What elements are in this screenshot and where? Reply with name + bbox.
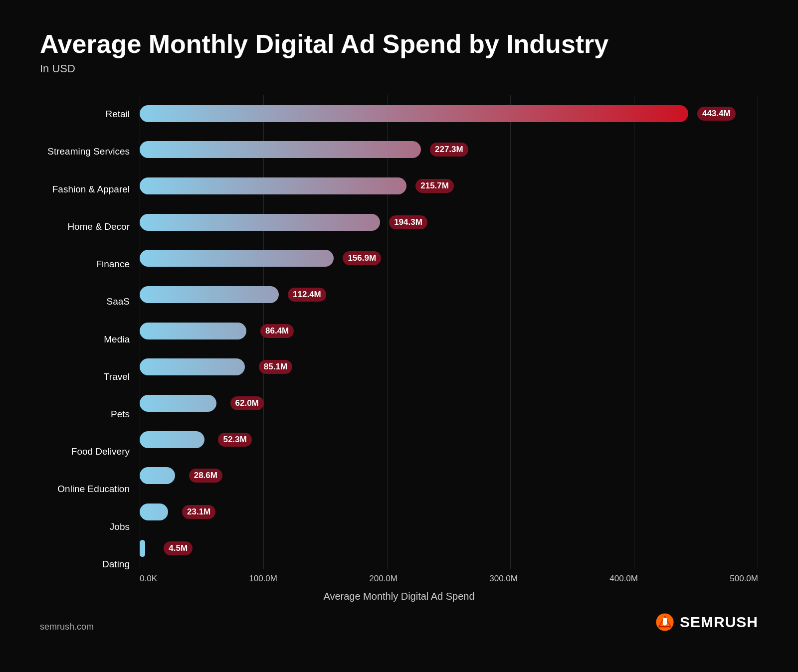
bar-value-label: 227.3M bbox=[430, 143, 468, 157]
bars-and-grid: RetailStreaming ServicesFashion & Appare… bbox=[40, 95, 758, 584]
bar-row: 85.1M bbox=[140, 355, 758, 378]
bar-row: 62.0M bbox=[140, 392, 758, 415]
y-axis-label: Home & Decor bbox=[40, 214, 130, 239]
bar-fill bbox=[140, 105, 688, 122]
x-tick: 400.0M bbox=[609, 574, 638, 584]
bar-fill bbox=[140, 540, 145, 557]
bar-row: 28.6M bbox=[140, 464, 758, 487]
bar-track: 23.1M bbox=[140, 504, 168, 520]
y-axis-label: Pets bbox=[40, 401, 130, 426]
x-tick: 100.0M bbox=[249, 574, 277, 584]
footer-url: semrush.com bbox=[40, 622, 94, 632]
bar-track: 156.9M bbox=[140, 250, 334, 267]
bar-fill bbox=[140, 250, 334, 267]
bar-row: 23.1M bbox=[140, 501, 758, 523]
y-axis-label: Fashion & Apparel bbox=[40, 176, 130, 201]
x-tick: 0.0K bbox=[140, 574, 157, 584]
footer: semrush.com SEMRUSH bbox=[40, 612, 758, 632]
bar-value-label: 62.0M bbox=[230, 396, 264, 410]
bar-track: 227.3M bbox=[140, 141, 421, 158]
y-axis-labels: RetailStreaming ServicesFashion & Appare… bbox=[40, 95, 140, 584]
bar-fill bbox=[140, 141, 421, 158]
bar-row: 215.7M bbox=[140, 174, 758, 197]
bar-row: 227.3M bbox=[140, 138, 758, 161]
bar-fill bbox=[140, 504, 168, 520]
bar-value-label: 86.4M bbox=[260, 324, 294, 338]
bars-grid-area: 443.4M227.3M215.7M194.3M156.9M112.4M86.4… bbox=[140, 95, 758, 584]
bar-fill bbox=[140, 395, 216, 412]
bar-row: 156.9M bbox=[140, 247, 758, 270]
bar-track: 28.6M bbox=[140, 467, 175, 484]
y-axis-label: Food Delivery bbox=[40, 439, 130, 464]
bar-fill bbox=[140, 323, 246, 339]
y-axis-label: Retail bbox=[40, 102, 130, 127]
y-axis-label: Streaming Services bbox=[40, 139, 130, 164]
y-axis-label: Finance bbox=[40, 252, 130, 277]
bar-fill bbox=[140, 286, 279, 303]
bar-fill bbox=[140, 431, 204, 448]
bar-value-label: 85.1M bbox=[259, 360, 292, 374]
svg-rect-4 bbox=[663, 618, 667, 624]
bar-row: 112.4M bbox=[140, 283, 758, 306]
chart-title: Average Monthly Digital Ad Spend by Indu… bbox=[40, 30, 758, 58]
bar-value-label: 4.5M bbox=[164, 541, 193, 555]
bar-row: 194.3M bbox=[140, 211, 758, 234]
bar-value-label: 443.4M bbox=[697, 107, 736, 121]
chart-subtitle: In USD bbox=[40, 62, 758, 75]
bar-fill bbox=[140, 177, 406, 194]
bar-track: 4.5M bbox=[140, 540, 145, 557]
semrush-icon bbox=[655, 612, 675, 632]
bar-row: 443.4M bbox=[140, 102, 758, 125]
bar-value-label: 112.4M bbox=[288, 288, 326, 302]
bar-value-label: 194.3M bbox=[389, 215, 427, 229]
x-tick: 300.0M bbox=[489, 574, 518, 584]
bar-track: 443.4M bbox=[140, 105, 688, 122]
y-axis-label: Online Education bbox=[40, 477, 130, 502]
bar-value-label: 52.3M bbox=[218, 433, 251, 447]
x-axis: 0.0K100.0M200.0M300.0M400.0M500.0M bbox=[140, 569, 758, 584]
x-tick: 500.0M bbox=[730, 574, 758, 584]
bar-track: 112.4M bbox=[140, 286, 279, 303]
bar-row: 52.3M bbox=[140, 428, 758, 451]
semrush-text: SEMRUSH bbox=[680, 614, 758, 631]
bar-track: 194.3M bbox=[140, 214, 380, 231]
x-tick: 200.0M bbox=[369, 574, 398, 584]
y-axis-label: SaaS bbox=[40, 289, 130, 314]
bar-row: 86.4M bbox=[140, 320, 758, 342]
bar-track: 215.7M bbox=[140, 177, 406, 194]
y-axis-label: Travel bbox=[40, 364, 130, 389]
chart-container: Average Monthly Digital Ad Spend by Indu… bbox=[0, 0, 798, 672]
bar-value-label: 28.6M bbox=[189, 469, 222, 483]
bar-track: 62.0M bbox=[140, 395, 216, 412]
x-axis-title: Average Monthly Digital Ad Spend bbox=[40, 591, 758, 602]
semrush-logo: SEMRUSH bbox=[655, 612, 758, 632]
bar-fill bbox=[140, 358, 245, 375]
bar-value-label: 215.7M bbox=[415, 179, 454, 193]
bar-track: 52.3M bbox=[140, 431, 204, 448]
bar-track: 85.1M bbox=[140, 358, 245, 375]
y-axis-label: Dating bbox=[40, 551, 130, 576]
bars-wrapper: 443.4M227.3M215.7M194.3M156.9M112.4M86.4… bbox=[140, 95, 758, 569]
bar-fill bbox=[140, 467, 175, 484]
bar-row: 4.5M bbox=[140, 537, 758, 560]
bar-value-label: 23.1M bbox=[182, 505, 215, 519]
y-axis-label: Media bbox=[40, 327, 130, 351]
bar-track: 86.4M bbox=[140, 323, 246, 339]
bar-fill bbox=[140, 214, 380, 231]
bar-value-label: 156.9M bbox=[343, 251, 381, 265]
y-axis-label: Jobs bbox=[40, 514, 130, 539]
